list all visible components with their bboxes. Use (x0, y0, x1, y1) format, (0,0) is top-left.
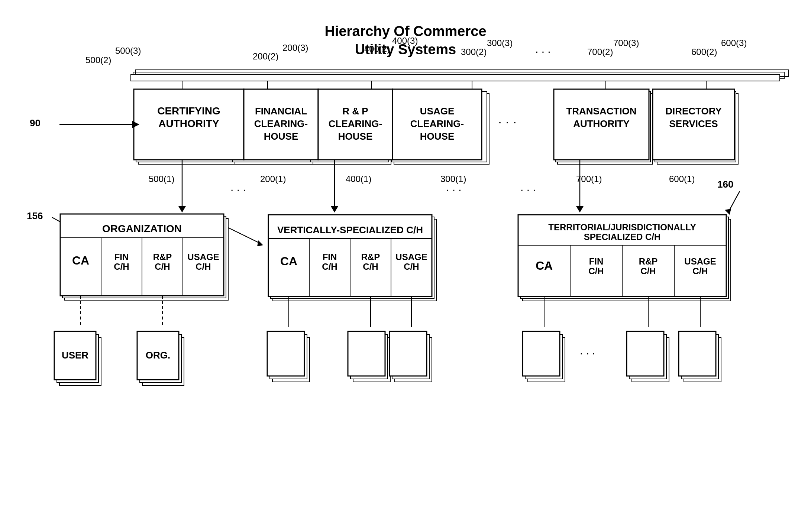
orgdot-label: ORG. (146, 350, 170, 361)
dots-middle-left: · · · (230, 183, 246, 195)
terr-rp-bottom (627, 331, 664, 376)
arrow-160-head (725, 209, 731, 215)
terr-ca-label: CA (536, 259, 553, 272)
ref-700-2-label: 700(2) (587, 47, 613, 57)
vert-usage-label2: C/H (404, 262, 419, 272)
dots-bottom-terr: · · · (580, 347, 595, 359)
trans-label: TRANSACTION (566, 106, 636, 117)
vert-ca-label: CA (280, 254, 297, 268)
ref-400-1-label: 400(1) (346, 174, 371, 184)
ref-300-3-label: 300(3) (487, 38, 513, 48)
ref-700-3-label: 700(3) (613, 38, 639, 48)
org-label: ORGANIZATION (102, 223, 182, 234)
fin-label3: HOUSE (264, 131, 298, 142)
ref-300-1-label: 300(1) (440, 174, 466, 184)
terr-usage-label: USAGE (684, 256, 716, 266)
ref-600-2-label: 600(2) (691, 47, 717, 57)
rp-label3: HOUSE (338, 131, 372, 142)
terr-label2: SPECIALIZED C/H (584, 232, 661, 242)
terr-rp-label2: C/H (640, 266, 656, 276)
dots-middle-top: · · · (498, 114, 517, 129)
vert-usage-bottom (390, 331, 427, 376)
org-usage-label: USAGE (187, 252, 219, 262)
dir-label2: SERVICES (669, 118, 718, 129)
terr-fin-label: FIN (589, 256, 604, 266)
terr-fin-label2: C/H (588, 266, 604, 276)
top-bar-layer1 (131, 74, 780, 81)
rp-label: R & P (342, 106, 368, 117)
org-fin-label2: C/H (114, 262, 129, 272)
fin-label: FINANCIAL (255, 106, 307, 117)
dots-middle-right: · · · (446, 183, 462, 195)
vert-rp-bottom (348, 331, 385, 376)
ref-200-3-label: 200(3) (282, 43, 308, 53)
org-rp-label2: C/H (155, 262, 170, 272)
ref-200-2-label: 200(2) (253, 51, 278, 61)
terr-rp-label: R&P (639, 256, 658, 266)
trans-label2: AUTHORITY (573, 118, 630, 129)
arrow-158-head (257, 240, 263, 246)
vert-label: VERTICALLY-SPECIALIZED C/H (277, 224, 423, 236)
ref-200-1-label: 200(1) (260, 174, 286, 184)
org-fin-label: FIN (114, 252, 129, 262)
ref-160-label: 160 (717, 179, 733, 190)
terr-label1: TERRITORIAL/JURISDICTIONALLY (548, 222, 696, 232)
ref-300-2-label: 300(2) (461, 47, 487, 57)
usage-label2: CLEARING- (410, 118, 464, 129)
ref-500-2-label: 500(2) (85, 55, 111, 65)
ref-500-3-label: 500(3) (115, 46, 141, 56)
ref-156-label: 156 (27, 210, 43, 221)
ref-90-label: 90 (30, 117, 41, 129)
terr-usage-label2: C/H (692, 266, 708, 276)
terr-ca-bottom (523, 331, 560, 376)
ref-400-3-label: 400(3) (392, 36, 418, 46)
vert-ca-bottom (267, 331, 304, 376)
vert-rp-label2: C/H (363, 262, 378, 272)
arrow-org-head (178, 206, 186, 213)
dir-label: DIRECTORY (665, 106, 722, 117)
vert-fin-label2: C/H (322, 262, 337, 272)
ca-label2: AUTHORITY (158, 118, 219, 129)
ref-600-3-label: 600(3) (721, 38, 747, 48)
dots-top: · · · (535, 45, 551, 57)
usage-label: USAGE (420, 106, 454, 117)
terr-usage-bottom (679, 331, 716, 376)
arrow-160-line (728, 191, 740, 212)
arrow-vertspec-head (331, 206, 338, 213)
ref-600-1-label: 600(1) (669, 174, 695, 184)
ref-500-1-label: 500(1) (149, 174, 174, 184)
user-label: USER (62, 350, 88, 361)
vert-fin-label: FIN (323, 252, 337, 262)
ref-400-2-label: 400(2) (364, 44, 390, 54)
hierarchy-diagram: 500(2) 500(3) 200(2) 200(3) 400(2) 400(3… (0, 0, 811, 532)
org-usage-label2: C/H (196, 262, 211, 272)
fin-label2: CLEARING- (254, 118, 308, 129)
vert-usage-label: USAGE (395, 252, 427, 262)
org-rp-label: R&P (153, 252, 172, 262)
rp-label2: CLEARING- (329, 118, 382, 129)
usage-label3: HOUSE (420, 131, 454, 142)
dots-middle-right2: · · · (520, 183, 536, 195)
arrow-terrspec-head (576, 206, 584, 213)
org-ca-label: CA (72, 254, 89, 267)
ca-label: CERTIFYING (157, 105, 220, 117)
vert-rp-label: R&P (361, 252, 380, 262)
diagram-container: Hierarchy Of Commerce Utility Systems 50… (0, 0, 811, 532)
